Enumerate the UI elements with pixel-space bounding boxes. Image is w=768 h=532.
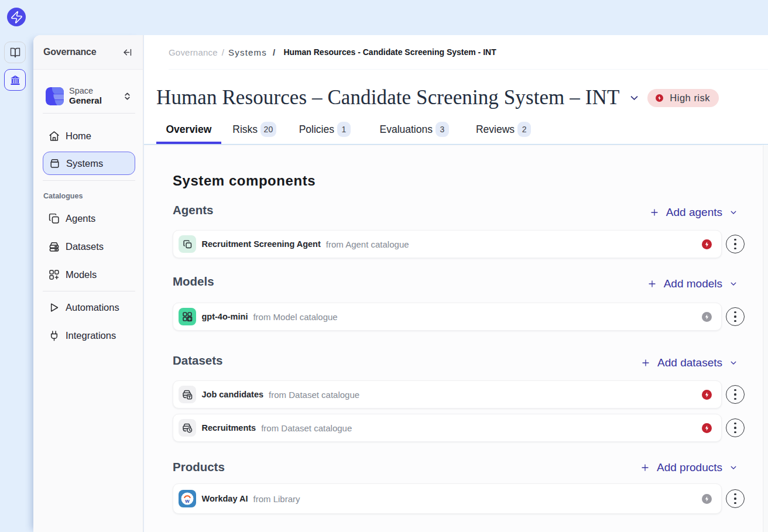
- svg-text:w: w: [184, 497, 190, 504]
